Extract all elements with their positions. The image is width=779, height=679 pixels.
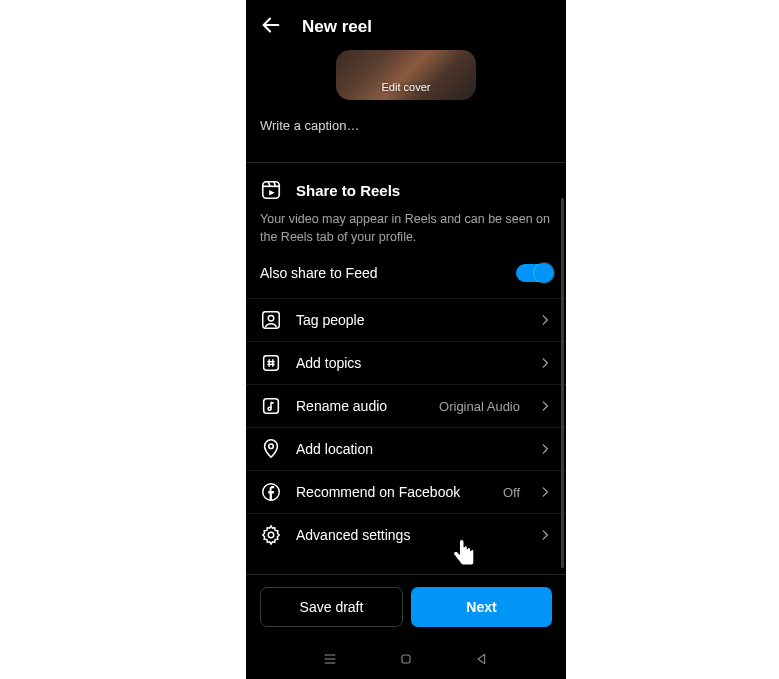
also-share-label: Also share to Feed <box>260 265 378 281</box>
edit-cover-label: Edit cover <box>382 81 431 93</box>
reels-icon <box>260 179 282 201</box>
tag-people-icon <box>260 309 282 331</box>
android-nav-bar <box>246 639 566 679</box>
share-description: Your video may appear in Reels and can b… <box>246 209 566 260</box>
recommend-fb-value: Off <box>503 485 520 500</box>
cover-preview[interactable]: Edit cover <box>336 50 476 100</box>
nav-back-icon[interactable] <box>474 651 490 667</box>
svg-rect-21 <box>402 655 410 663</box>
tag-people-row[interactable]: Tag people <box>246 298 566 341</box>
svg-marker-5 <box>269 190 275 196</box>
also-share-row: Also share to Feed <box>246 260 566 298</box>
chevron-right-icon <box>538 356 552 370</box>
svg-marker-22 <box>478 654 485 663</box>
add-topics-label: Add topics <box>296 355 524 371</box>
recommend-fb-label: Recommend on Facebook <box>296 484 489 500</box>
svg-point-14 <box>268 407 271 410</box>
chevron-right-icon <box>538 442 552 456</box>
chevron-right-icon <box>538 485 552 499</box>
advanced-settings-label: Advanced settings <box>296 527 524 543</box>
svg-point-15 <box>269 444 274 449</box>
share-section-header: Share to Reels <box>246 163 566 209</box>
nav-home-icon[interactable] <box>398 651 414 667</box>
nav-recent-icon[interactable] <box>322 651 338 667</box>
rename-audio-value: Original Audio <box>439 399 520 414</box>
caption-input[interactable]: Write a caption… <box>246 108 566 162</box>
add-topics-row[interactable]: Add topics <box>246 341 566 384</box>
facebook-icon <box>260 481 282 503</box>
svg-rect-6 <box>263 312 280 329</box>
topics-icon <box>260 352 282 374</box>
phone-screen: New reel Edit cover Write a caption… Sha… <box>246 0 566 679</box>
page-title: New reel <box>302 17 372 37</box>
cover-preview-wrap: Edit cover <box>246 50 566 108</box>
scrollbar[interactable] <box>561 198 564 568</box>
location-icon <box>260 438 282 460</box>
recommend-facebook-row[interactable]: Recommend on Facebook Off <box>246 470 566 513</box>
rename-audio-label: Rename audio <box>296 398 425 414</box>
svg-point-17 <box>268 532 274 538</box>
rename-audio-row[interactable]: Rename audio Original Audio <box>246 384 566 427</box>
header: New reel <box>246 0 566 50</box>
bottom-button-bar: Save draft Next <box>246 574 566 639</box>
chevron-right-icon <box>538 528 552 542</box>
spacer <box>246 556 566 574</box>
tag-people-label: Tag people <box>296 312 524 328</box>
chevron-right-icon <box>538 313 552 327</box>
audio-icon <box>260 395 282 417</box>
advanced-settings-row[interactable]: Advanced settings <box>246 513 566 556</box>
add-location-row[interactable]: Add location <box>246 427 566 470</box>
caption-placeholder: Write a caption… <box>260 118 359 133</box>
svg-rect-1 <box>263 182 280 199</box>
svg-point-7 <box>268 315 274 321</box>
chevron-right-icon <box>538 399 552 413</box>
back-arrow-icon[interactable] <box>260 14 282 40</box>
svg-rect-8 <box>264 356 279 371</box>
also-share-toggle[interactable] <box>516 264 552 282</box>
share-title: Share to Reels <box>296 182 400 199</box>
add-location-label: Add location <box>296 441 524 457</box>
save-draft-button[interactable]: Save draft <box>260 587 403 627</box>
settings-icon <box>260 524 282 546</box>
next-button[interactable]: Next <box>411 587 552 627</box>
